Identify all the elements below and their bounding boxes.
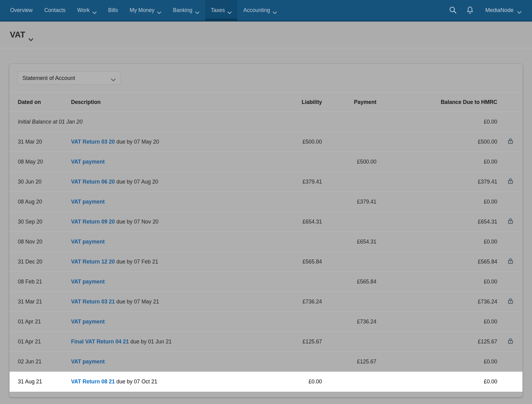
lock-cell (497, 192, 522, 212)
description-cell: VAT payment (71, 272, 267, 292)
table-row: 31 Dec 20VAT Return 12 20 due by 07 Feb … (10, 252, 522, 272)
liability-cell: £125.67 (267, 332, 322, 352)
payment-cell (322, 292, 376, 312)
balance-cell: £0.00 (376, 372, 497, 392)
column-header-dated-on: Dated on (10, 93, 71, 112)
payment-cell (322, 332, 376, 352)
description-link[interactable]: VAT Return 03 20 (71, 139, 115, 145)
chevron-down-icon (273, 9, 277, 12)
search-icon (449, 6, 457, 15)
description-link[interactable]: VAT payment (71, 319, 105, 325)
nav-item-contacts[interactable]: Contacts (38, 0, 71, 21)
chevron-down-icon (29, 34, 33, 37)
balance-cell: £0.00 (376, 232, 497, 252)
nav-item-label: Accounting (243, 7, 270, 14)
description-cell: VAT Return 08 21 due by 07 Oct 21 (71, 372, 267, 392)
description-cell: VAT Return 06 20 due by 07 Aug 20 (71, 172, 267, 192)
balance-cell: £0.00 (376, 352, 497, 372)
nav-item-banking[interactable]: Banking (167, 0, 205, 21)
page-title: VAT (10, 30, 25, 40)
nav-item-label: My Money (130, 7, 155, 14)
description-link[interactable]: Final VAT Return 04 21 (71, 339, 129, 345)
lock-icon (507, 258, 514, 264)
balance-cell: £0.00 (376, 272, 497, 292)
description-cell: VAT payment (71, 352, 267, 372)
report-type-select[interactable]: Statement of Account (18, 71, 121, 85)
liability-cell: £379.41 (267, 172, 322, 192)
liability-cell: £0.00 (267, 372, 322, 392)
search-button[interactable] (446, 3, 460, 18)
account-name: MediaNode (485, 7, 514, 14)
description-cell: VAT payment (71, 152, 267, 172)
description-link[interactable]: VAT Return 06 20 (71, 179, 115, 185)
payment-cell: £654.31 (322, 232, 376, 252)
table-row: 31 Mar 20VAT Return 03 20 due by 07 May … (10, 132, 522, 152)
page-title-dropdown[interactable]: VAT (10, 30, 33, 40)
lock-cell (497, 292, 522, 312)
balance-cell: £565.84 (376, 252, 497, 272)
statement-table-body: Initial Balance at 01 Jan 20£0.0031 Mar … (10, 112, 522, 392)
description-link[interactable]: VAT payment (71, 159, 105, 165)
bell-icon (466, 6, 474, 15)
column-header-liability: Liability (267, 93, 322, 112)
description-cell: VAT Return 09 20 due by 07 Nov 20 (71, 212, 267, 232)
liability-cell (267, 272, 322, 292)
column-header-lock (497, 93, 522, 112)
lock-cell (497, 212, 522, 232)
column-header-balance-due: Balance Due to HMRC (376, 93, 497, 112)
nav-item-taxes[interactable]: Taxes (205, 0, 238, 21)
notifications-button[interactable] (463, 3, 477, 18)
description-suffix: due by 07 Oct 21 (115, 378, 157, 385)
liability-cell (267, 152, 322, 172)
description-link[interactable]: VAT payment (71, 358, 105, 365)
description-link[interactable]: VAT Return 12 20 (71, 259, 115, 265)
lock-icon (507, 178, 514, 184)
table-row: 01 Apr 21Final VAT Return 04 21 due by 0… (10, 332, 522, 352)
description-suffix: due by 07 May 20 (115, 139, 159, 145)
description-link[interactable]: VAT Return 08 21 (71, 378, 115, 385)
dated-on-cell: 01 Apr 21 (10, 312, 71, 332)
nav-item-overview[interactable]: Overview (4, 0, 38, 21)
balance-cell: £0.00 (376, 152, 497, 172)
liability-cell: £736.24 (267, 292, 322, 312)
nav-item-bills[interactable]: Bills (102, 0, 124, 21)
dated-on-cell: 30 Sep 20 (10, 212, 71, 232)
description-link[interactable]: VAT payment (71, 279, 105, 285)
liability-cell: £565.84 (267, 252, 322, 272)
statement-table: Dated on Description Liability Payment B… (10, 92, 522, 392)
balance-cell: £125.67 (376, 332, 497, 352)
statement-panel: Statement of Account Dated on Descriptio… (9, 64, 523, 397)
table-row: 31 Aug 21VAT Return 08 21 due by 07 Oct … (10, 372, 522, 392)
description-link[interactable]: VAT Return 03 21 (71, 299, 115, 305)
nav-item-my-money[interactable]: My Money (124, 0, 167, 21)
lock-cell (497, 312, 522, 332)
dated-on-cell: 31 Aug 21 (10, 372, 71, 392)
lock-cell (497, 252, 522, 272)
payment-cell (322, 112, 376, 132)
dated-on-cell: 31 Mar 20 (10, 132, 71, 152)
nav-item-label: Work (77, 7, 90, 14)
table-row: 30 Jun 20VAT Return 06 20 due by 07 Aug … (10, 172, 522, 192)
nav-item-accounting[interactable]: Accounting (237, 0, 283, 21)
liability-cell: £654.31 (267, 212, 322, 232)
balance-cell: £500.00 (376, 132, 497, 152)
table-row: 08 Aug 20VAT payment£379.41£0.00 (10, 192, 522, 212)
description-link[interactable]: VAT payment (71, 239, 105, 245)
description-suffix: due by 01 Jun 21 (129, 339, 172, 345)
table-row: 02 Jun 21VAT payment£125.67£0.00 (10, 352, 522, 372)
account-menu[interactable]: MediaNode (480, 7, 523, 14)
description-link[interactable]: VAT payment (71, 199, 105, 205)
payment-cell: £736.24 (322, 312, 376, 332)
table-row: 08 Feb 21VAT payment£565.84£0.00 (10, 272, 522, 292)
table-row: 30 Sep 20VAT Return 09 20 due by 07 Nov … (10, 212, 522, 232)
nav-item-work[interactable]: Work (71, 0, 102, 21)
chevron-down-icon (157, 9, 161, 12)
liability-cell (267, 312, 322, 332)
dated-on-cell: 01 Apr 21 (10, 332, 71, 352)
nav-right-tools: MediaNode (446, 0, 523, 21)
dated-on-cell: 30 Jun 20 (10, 172, 71, 192)
lock-cell (497, 372, 522, 392)
balance-cell: £0.00 (376, 192, 497, 212)
description-link[interactable]: VAT Return 09 20 (71, 219, 115, 225)
column-header-payment: Payment (322, 93, 376, 112)
